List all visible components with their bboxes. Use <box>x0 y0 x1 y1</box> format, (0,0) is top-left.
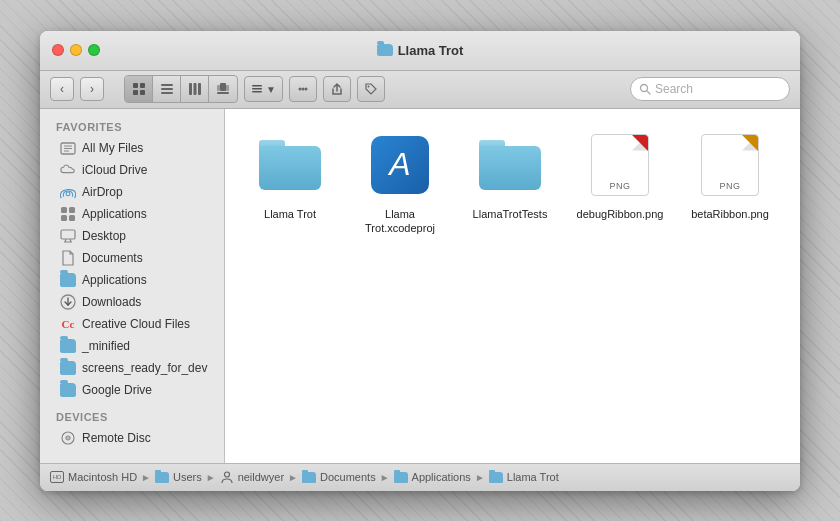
svg-rect-28 <box>61 207 67 213</box>
svg-rect-6 <box>161 92 173 94</box>
sidebar-item-gdrive-label: Google Drive <box>82 383 152 397</box>
file-grid: Llama Trot Llama Trot.xcodeproj <box>245 129 780 236</box>
sidebar-item-desktop-label: Desktop <box>82 229 126 243</box>
airdrop-icon <box>60 184 76 200</box>
sidebar-item-applications-folder[interactable]: Applications <box>44 269 220 291</box>
list-view-button[interactable] <box>153 76 181 102</box>
sidebar-item-minified-label: _minified <box>82 339 130 353</box>
llama-trot-icon-wrap <box>254 129 326 201</box>
debug-ribbon-icon-wrap: PNG <box>584 129 656 201</box>
screens-folder-icon <box>60 360 76 376</box>
svg-rect-11 <box>217 85 220 91</box>
breadcrumb-applications[interactable]: Applications <box>394 471 471 483</box>
file-item-llama-trot-tests[interactable]: LlamaTrotTests <box>465 129 555 236</box>
llama-trot-tests-label: LlamaTrotTests <box>473 207 548 221</box>
arrange-button[interactable]: ▼ <box>244 76 283 102</box>
sidebar-item-airdrop[interactable]: AirDrop <box>44 181 220 203</box>
breadcrumb-documents[interactable]: Documents <box>302 471 376 483</box>
favorites-header: Favorites <box>40 117 224 137</box>
icon-view-button[interactable] <box>125 76 153 102</box>
title-folder-icon <box>377 44 393 56</box>
minified-folder-icon <box>60 338 76 354</box>
svg-point-18 <box>301 88 304 91</box>
breadcrumb-arrow-4: ► <box>380 472 390 483</box>
file-area: Llama Trot Llama Trot.xcodeproj <box>225 109 800 463</box>
svg-rect-13 <box>217 92 229 94</box>
coverflow-view-button[interactable] <box>209 76 237 102</box>
file-item-beta-ribbon[interactable]: PNG betaRibbon.png <box>685 129 775 236</box>
file-item-xcodeproj[interactable]: Llama Trot.xcodeproj <box>355 129 445 236</box>
beta-ribbon-format: PNG <box>719 181 740 191</box>
breadcrumb-macintosh-hd[interactable]: HD Macintosh HD <box>50 471 137 483</box>
svg-rect-2 <box>133 90 138 95</box>
window-title: Llama Trot <box>377 43 464 58</box>
file-item-debug-ribbon[interactable]: PNG debugRibbon.png <box>575 129 665 236</box>
sidebar-item-applications-fav[interactable]: Applications <box>44 203 220 225</box>
llama-trot-tests-icon-wrap <box>474 129 546 201</box>
breadcrumb-users[interactable]: Users <box>155 471 202 483</box>
svg-rect-30 <box>61 215 67 221</box>
view-buttons <box>124 75 238 103</box>
downloads-icon <box>60 294 76 310</box>
users-folder-icon <box>155 472 169 483</box>
svg-rect-5 <box>161 88 173 90</box>
share-button[interactable] <box>323 76 351 102</box>
window-title-text: Llama Trot <box>398 43 464 58</box>
hd-icon: HD <box>50 471 64 483</box>
sidebar-item-cc[interactable]: Cc Creative Cloud Files <box>44 313 220 335</box>
breadcrumb-llama-trot[interactable]: Llama Trot <box>489 471 559 483</box>
back-button[interactable]: ‹ <box>50 77 74 101</box>
sidebar-item-documents[interactable]: Documents <box>44 247 220 269</box>
sidebar-item-applications-fav-label: Applications <box>82 207 147 221</box>
maximize-button[interactable] <box>88 44 100 56</box>
sidebar: Favorites All My Files <box>40 109 225 463</box>
breadcrumb-arrow-2: ► <box>206 472 216 483</box>
breadcrumb-neildwyer-label: neildwyer <box>238 471 284 483</box>
toolbar: ‹ › <box>40 71 800 109</box>
svg-rect-31 <box>69 215 75 221</box>
svg-point-17 <box>298 88 301 91</box>
close-button[interactable] <box>52 44 64 56</box>
sidebar-item-all-my-files-label: All My Files <box>82 141 143 155</box>
sidebar-item-desktop[interactable]: Desktop <box>44 225 220 247</box>
sidebar-item-remote-disc[interactable]: Remote Disc <box>44 427 220 449</box>
debug-ribbon-label: debugRibbon.png <box>577 207 664 221</box>
action-button[interactable] <box>289 76 317 102</box>
breadcrumb-arrow-3: ► <box>288 472 298 483</box>
tags-button[interactable] <box>357 76 385 102</box>
documents-icon <box>60 250 76 266</box>
svg-rect-12 <box>226 85 229 91</box>
apps-folder-icon <box>394 472 408 483</box>
minimize-button[interactable] <box>70 44 82 56</box>
svg-rect-10 <box>220 83 226 91</box>
sidebar-item-icloud[interactable]: iCloud Drive <box>44 159 220 181</box>
svg-line-22 <box>647 91 650 94</box>
search-box[interactable]: Search <box>630 77 790 101</box>
breadcrumb-neildwyer[interactable]: neildwyer <box>220 470 284 484</box>
docs-folder-icon <box>302 472 316 483</box>
forward-button[interactable]: › <box>80 77 104 101</box>
cc-icon: Cc <box>60 316 76 332</box>
column-view-button[interactable] <box>181 76 209 102</box>
desktop-icon <box>60 228 76 244</box>
sidebar-item-minified[interactable]: _minified <box>44 335 220 357</box>
sidebar-item-screens[interactable]: screens_ready_for_dev <box>44 357 220 379</box>
breadcrumb-users-label: Users <box>173 471 202 483</box>
sidebar-item-all-my-files[interactable]: All My Files <box>44 137 220 159</box>
sidebar-item-downloads-label: Downloads <box>82 295 141 309</box>
breadcrumb-arrow-1: ► <box>141 472 151 483</box>
svg-point-41 <box>224 472 229 477</box>
svg-rect-14 <box>252 85 262 87</box>
main-content: Favorites All My Files <box>40 109 800 463</box>
sidebar-item-remote-disc-label: Remote Disc <box>82 431 151 445</box>
applications-fav-icon <box>60 206 76 222</box>
llama-trot-folder-icon <box>259 140 321 190</box>
devices-header: Devices <box>40 407 224 427</box>
person-icon <box>220 470 234 484</box>
breadcrumb-hd-label: Macintosh HD <box>68 471 137 483</box>
finder-window: Llama Trot ‹ › <box>40 31 800 491</box>
sidebar-item-downloads[interactable]: Downloads <box>44 291 220 313</box>
sidebar-item-gdrive[interactable]: Google Drive <box>44 379 220 401</box>
file-item-llama-trot[interactable]: Llama Trot <box>245 129 335 236</box>
svg-rect-9 <box>198 83 201 95</box>
